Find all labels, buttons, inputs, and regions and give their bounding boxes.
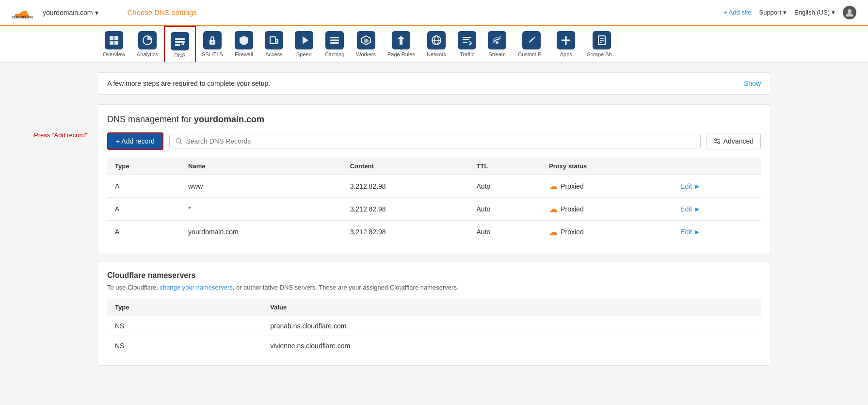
main-content: A few more steps are required to complet… (0, 63, 868, 405)
overview-icon (105, 31, 123, 49)
svg-point-29 (496, 41, 498, 44)
tab-caching-label: Caching (325, 51, 344, 57)
dns-toolbar: + Add record Advanced (107, 132, 761, 150)
svg-text:CLOUDFLARE: CLOUDFLARE (12, 15, 33, 18)
ns-value: vivienne.ns.cloudflare.com (262, 336, 761, 356)
proxy-cloud-icon: ☁ (549, 227, 558, 237)
cloudflare-logo: CLOUDFLARE (12, 6, 33, 19)
tab-dns[interactable]: DNS (164, 26, 196, 62)
tab-apps[interactable]: Apps (551, 26, 581, 62)
search-icon (176, 138, 182, 145)
svg-rect-19 (330, 40, 339, 41)
add-site-button[interactable]: + Add site (723, 9, 751, 16)
edit-link[interactable]: Edit ► (680, 182, 753, 190)
tab-custompages[interactable]: Custom P... (512, 26, 551, 62)
svg-marker-22 (364, 38, 369, 43)
cell-ttl: Auto (469, 221, 542, 243)
tab-custompages-label: Custom P... (518, 51, 545, 57)
search-input[interactable] (186, 137, 694, 145)
stream-icon (488, 31, 506, 49)
language-button[interactable]: English (US) ▾ (794, 9, 835, 16)
cell-name: yourdomain.com (180, 221, 342, 243)
tab-pagerules[interactable]: Page Rules (382, 26, 421, 62)
svg-point-1 (848, 9, 852, 13)
nameservers-desc: To use Cloudflare, change your nameserve… (107, 284, 761, 291)
svg-rect-5 (114, 41, 118, 45)
cell-edit: Edit ► (673, 198, 761, 221)
table-row: A www 3.212.82.98 Auto ☁ Proxied Edit ► (107, 175, 761, 198)
advanced-button[interactable]: Advanced (707, 133, 761, 149)
proxy-status-text: Proxied (561, 228, 583, 236)
ns-table-header-row: Type Value (107, 299, 761, 316)
ssl-icon (203, 31, 222, 49)
support-chevron-icon: ▾ (783, 9, 787, 16)
cell-type: A (107, 198, 180, 221)
cell-name: www (180, 175, 342, 198)
tab-analytics[interactable]: Analytics (131, 26, 164, 62)
tab-scrape-label: Scrape Sh... (587, 51, 616, 57)
col-ttl: TTL (469, 158, 542, 175)
col-type: Type (107, 158, 180, 175)
caching-icon (325, 31, 344, 49)
svg-rect-20 (330, 42, 339, 44)
cell-type: A (107, 175, 180, 198)
tab-stream[interactable]: Stream (482, 26, 512, 62)
setup-banner-show-link[interactable]: Show (744, 80, 761, 87)
tab-scrape[interactable]: Scrape Sh... (581, 26, 622, 62)
setup-banner-text: A few more steps are required to complet… (107, 80, 270, 87)
workers-icon (357, 31, 375, 49)
svg-rect-18 (330, 37, 339, 38)
svg-rect-9 (175, 44, 180, 46)
support-button[interactable]: Support ▾ (759, 9, 787, 16)
svg-rect-4 (110, 41, 113, 45)
header-title: Choose DNS settings (128, 8, 197, 16)
avatar[interactable] (843, 6, 856, 19)
domain-selector[interactable]: yourdomain.com ▾ (43, 9, 98, 16)
proxy-cloud-icon: ☁ (549, 181, 558, 192)
tab-workers[interactable]: Workers (350, 26, 382, 62)
tab-stream-label: Stream (489, 51, 506, 57)
svg-rect-3 (114, 36, 118, 40)
dns-records-body: A www 3.212.82.98 Auto ☁ Proxied Edit ► … (107, 175, 761, 243)
svg-point-37 (176, 138, 181, 143)
tab-network[interactable]: Network (421, 26, 452, 62)
ns-col-type: Type (107, 299, 262, 316)
tab-workers-label: Workers (356, 51, 376, 57)
edit-link[interactable]: Edit ► (680, 205, 753, 213)
cell-ttl: Auto (469, 175, 542, 198)
tab-caching[interactable]: Caching (319, 26, 350, 62)
nameservers-title: Cloudflare nameservers (107, 271, 761, 280)
edit-link[interactable]: Edit ► (680, 228, 753, 236)
cell-proxy: ☁ Proxied (541, 221, 673, 243)
nameservers-table: Type Value NS pranab.ns.cloudflare.com N… (107, 299, 761, 356)
add-record-button[interactable]: + Add record (107, 132, 163, 150)
svg-point-42 (718, 142, 720, 144)
svg-point-10 (182, 43, 184, 45)
tab-access[interactable]: Access (259, 26, 289, 62)
tab-traffic[interactable]: Traffic (452, 26, 482, 62)
change-nameservers-link[interactable]: change your nameservers (160, 284, 232, 291)
col-name: Name (180, 158, 342, 175)
tab-ssl-label: SSL/TLS (202, 51, 223, 57)
ns-col-value: Value (262, 299, 761, 316)
ns-type: NS (107, 316, 262, 336)
dns-records-table: Type Name Content TTL Proxy status A www… (107, 158, 761, 243)
svg-rect-8 (175, 41, 185, 43)
table-row: A yourdomain.com 3.212.82.98 Auto ☁ Prox… (107, 221, 761, 243)
advanced-icon (714, 138, 721, 145)
access-icon (265, 31, 283, 49)
dns-card-title: DNS management for yourdomain.com (107, 114, 761, 125)
advanced-label: Advanced (723, 137, 754, 145)
dns-title-text: DNS management for (107, 114, 194, 124)
header: CLOUDFLARE yourdomain.com ▾ Choose DNS s… (0, 0, 868, 26)
list-item: NS vivienne.ns.cloudflare.com (107, 336, 761, 356)
tab-ssl[interactable]: SSL/TLS (196, 26, 229, 62)
custompages-icon (522, 31, 541, 49)
lang-chevron-icon: ▾ (832, 9, 835, 16)
tab-analytics-label: Analytics (137, 51, 158, 57)
tab-speed[interactable]: Speed (289, 26, 319, 62)
svg-point-13 (211, 42, 213, 43)
tab-overview[interactable]: Overview (97, 26, 131, 62)
domain-name: yourdomain.com (43, 9, 93, 16)
tab-firewall[interactable]: Firewall (229, 26, 259, 62)
